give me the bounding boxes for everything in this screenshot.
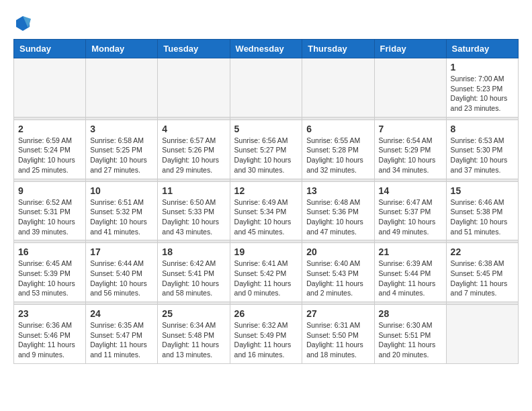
day-info: Sunrise: 6:59 AM Sunset: 5:24 PM Dayligh…: [18, 136, 81, 175]
day-number: 16: [18, 246, 81, 257]
day-info: Sunrise: 6:41 AM Sunset: 5:42 PM Dayligh…: [234, 259, 298, 298]
calendar-day-cell: 26Sunrise: 6:32 AM Sunset: 5:49 PM Dayli…: [230, 305, 302, 364]
day-info: Sunrise: 6:32 AM Sunset: 5:49 PM Dayligh…: [234, 320, 298, 360]
day-info: Sunrise: 6:53 AM Sunset: 5:30 PM Dayligh…: [451, 136, 514, 175]
calendar-day-cell: 20Sunrise: 6:40 AM Sunset: 5:43 PM Dayli…: [302, 243, 374, 302]
calendar-day-cell: [86, 58, 158, 118]
day-info: Sunrise: 6:36 AM Sunset: 5:46 PM Dayligh…: [18, 320, 81, 360]
weekday-header-monday: Monday: [86, 40, 158, 58]
calendar-day-cell: 9Sunrise: 6:52 AM Sunset: 5:31 PM Daylig…: [14, 181, 86, 240]
day-info: Sunrise: 6:31 AM Sunset: 5:50 PM Dayligh…: [306, 320, 369, 360]
day-number: 14: [379, 185, 442, 196]
day-info: Sunrise: 6:54 AM Sunset: 5:29 PM Dayligh…: [379, 136, 442, 175]
day-number: 1: [451, 62, 514, 73]
calendar-day-cell: 21Sunrise: 6:39 AM Sunset: 5:44 PM Dayli…: [374, 243, 446, 302]
day-info: Sunrise: 6:39 AM Sunset: 5:44 PM Dayligh…: [379, 259, 442, 298]
calendar-header-row: SundayMondayTuesdayWednesdayThursdayFrid…: [14, 40, 519, 58]
calendar-day-cell: 15Sunrise: 6:46 AM Sunset: 5:38 PM Dayli…: [446, 181, 518, 240]
day-number: 12: [234, 185, 298, 196]
calendar-day-cell: 2Sunrise: 6:59 AM Sunset: 5:24 PM Daylig…: [14, 120, 86, 179]
day-info: Sunrise: 6:30 AM Sunset: 5:51 PM Dayligh…: [379, 320, 442, 360]
calendar-week-row: 1Sunrise: 7:00 AM Sunset: 5:23 PM Daylig…: [14, 58, 519, 118]
weekday-header-tuesday: Tuesday: [158, 40, 230, 58]
calendar-day-cell: 11Sunrise: 6:50 AM Sunset: 5:33 PM Dayli…: [158, 181, 230, 240]
day-number: 15: [451, 185, 514, 196]
day-number: 11: [162, 185, 225, 196]
calendar-day-cell: 10Sunrise: 6:51 AM Sunset: 5:32 PM Dayli…: [86, 181, 158, 240]
day-number: 4: [162, 124, 225, 134]
calendar-day-cell: 3Sunrise: 6:58 AM Sunset: 5:25 PM Daylig…: [86, 120, 158, 179]
day-number: 18: [162, 246, 225, 257]
calendar-day-cell: 27Sunrise: 6:31 AM Sunset: 5:50 PM Dayli…: [302, 305, 374, 364]
day-info: Sunrise: 6:38 AM Sunset: 5:45 PM Dayligh…: [451, 259, 514, 298]
day-info: Sunrise: 6:40 AM Sunset: 5:43 PM Dayligh…: [306, 259, 369, 298]
day-number: 27: [306, 308, 369, 319]
calendar-day-cell: 22Sunrise: 6:38 AM Sunset: 5:45 PM Dayli…: [446, 243, 518, 302]
calendar-table: SundayMondayTuesdayWednesdayThursdayFrid…: [13, 39, 519, 364]
calendar-day-cell: 1Sunrise: 7:00 AM Sunset: 5:23 PM Daylig…: [446, 58, 518, 118]
day-number: 13: [306, 185, 369, 196]
calendar-week-row: 23Sunrise: 6:36 AM Sunset: 5:46 PM Dayli…: [14, 305, 519, 364]
day-number: 7: [379, 124, 442, 134]
calendar-day-cell: [446, 305, 518, 364]
calendar-day-cell: 28Sunrise: 6:30 AM Sunset: 5:51 PM Dayli…: [374, 305, 446, 364]
calendar-day-cell: 13Sunrise: 6:48 AM Sunset: 5:36 PM Dayli…: [302, 181, 374, 240]
day-info: Sunrise: 6:50 AM Sunset: 5:33 PM Dayligh…: [162, 197, 225, 237]
day-info: Sunrise: 6:46 AM Sunset: 5:38 PM Dayligh…: [451, 197, 514, 237]
day-number: 25: [162, 308, 225, 319]
day-info: Sunrise: 6:35 AM Sunset: 5:47 PM Dayligh…: [90, 320, 153, 360]
weekday-header-thursday: Thursday: [302, 40, 374, 58]
calendar-day-cell: 8Sunrise: 6:53 AM Sunset: 5:30 PM Daylig…: [446, 120, 518, 179]
day-info: Sunrise: 6:47 AM Sunset: 5:37 PM Dayligh…: [379, 197, 442, 237]
day-info: Sunrise: 6:45 AM Sunset: 5:39 PM Dayligh…: [18, 259, 81, 298]
calendar-week-row: 16Sunrise: 6:45 AM Sunset: 5:39 PM Dayli…: [14, 243, 519, 302]
calendar-day-cell: 25Sunrise: 6:34 AM Sunset: 5:48 PM Dayli…: [158, 305, 230, 364]
calendar-day-cell: 12Sunrise: 6:49 AM Sunset: 5:34 PM Dayli…: [230, 181, 302, 240]
calendar-day-cell: [230, 58, 302, 118]
calendar-day-cell: [158, 58, 230, 118]
calendar-day-cell: [374, 58, 446, 118]
day-number: 5: [234, 124, 298, 134]
day-number: 17: [90, 246, 153, 257]
weekday-header-wednesday: Wednesday: [230, 40, 302, 58]
day-info: Sunrise: 6:42 AM Sunset: 5:41 PM Dayligh…: [162, 259, 225, 298]
calendar-day-cell: 7Sunrise: 6:54 AM Sunset: 5:29 PM Daylig…: [374, 120, 446, 179]
calendar-day-cell: 19Sunrise: 6:41 AM Sunset: 5:42 PM Dayli…: [230, 243, 302, 302]
page-header: [13, 13, 519, 32]
logo: [13, 13, 35, 32]
day-info: Sunrise: 6:58 AM Sunset: 5:25 PM Dayligh…: [90, 136, 153, 175]
logo-icon: [13, 13, 32, 32]
day-info: Sunrise: 6:48 AM Sunset: 5:36 PM Dayligh…: [306, 197, 369, 237]
day-info: Sunrise: 7:00 AM Sunset: 5:23 PM Dayligh…: [451, 74, 514, 113]
calendar-day-cell: [14, 58, 86, 118]
calendar-day-cell: 23Sunrise: 6:36 AM Sunset: 5:46 PM Dayli…: [14, 305, 86, 364]
calendar-day-cell: 4Sunrise: 6:57 AM Sunset: 5:26 PM Daylig…: [158, 120, 230, 179]
calendar-week-row: 2Sunrise: 6:59 AM Sunset: 5:24 PM Daylig…: [14, 120, 519, 179]
day-info: Sunrise: 6:34 AM Sunset: 5:48 PM Dayligh…: [162, 320, 225, 360]
day-info: Sunrise: 6:44 AM Sunset: 5:40 PM Dayligh…: [90, 259, 153, 298]
day-info: Sunrise: 6:55 AM Sunset: 5:28 PM Dayligh…: [306, 136, 369, 175]
calendar-day-cell: [302, 58, 374, 118]
calendar-day-cell: 16Sunrise: 6:45 AM Sunset: 5:39 PM Dayli…: [14, 243, 86, 302]
weekday-header-friday: Friday: [374, 40, 446, 58]
day-number: 22: [451, 246, 514, 257]
day-number: 10: [90, 185, 153, 196]
day-number: 2: [18, 124, 81, 134]
day-number: 26: [234, 308, 298, 319]
day-number: 21: [379, 246, 442, 257]
calendar-day-cell: 17Sunrise: 6:44 AM Sunset: 5:40 PM Dayli…: [86, 243, 158, 302]
day-number: 24: [90, 308, 153, 319]
weekday-header-sunday: Sunday: [14, 40, 86, 58]
day-number: 8: [451, 124, 514, 134]
day-info: Sunrise: 6:56 AM Sunset: 5:27 PM Dayligh…: [234, 136, 298, 175]
day-number: 23: [18, 308, 81, 319]
calendar-day-cell: 14Sunrise: 6:47 AM Sunset: 5:37 PM Dayli…: [374, 181, 446, 240]
day-info: Sunrise: 6:57 AM Sunset: 5:26 PM Dayligh…: [162, 136, 225, 175]
day-number: 20: [306, 246, 369, 257]
calendar-day-cell: 6Sunrise: 6:55 AM Sunset: 5:28 PM Daylig…: [302, 120, 374, 179]
day-info: Sunrise: 6:51 AM Sunset: 5:32 PM Dayligh…: [90, 197, 153, 237]
day-number: 9: [18, 185, 81, 196]
day-number: 6: [306, 124, 369, 134]
calendar-day-cell: 24Sunrise: 6:35 AM Sunset: 5:47 PM Dayli…: [86, 305, 158, 364]
weekday-header-saturday: Saturday: [446, 40, 518, 58]
